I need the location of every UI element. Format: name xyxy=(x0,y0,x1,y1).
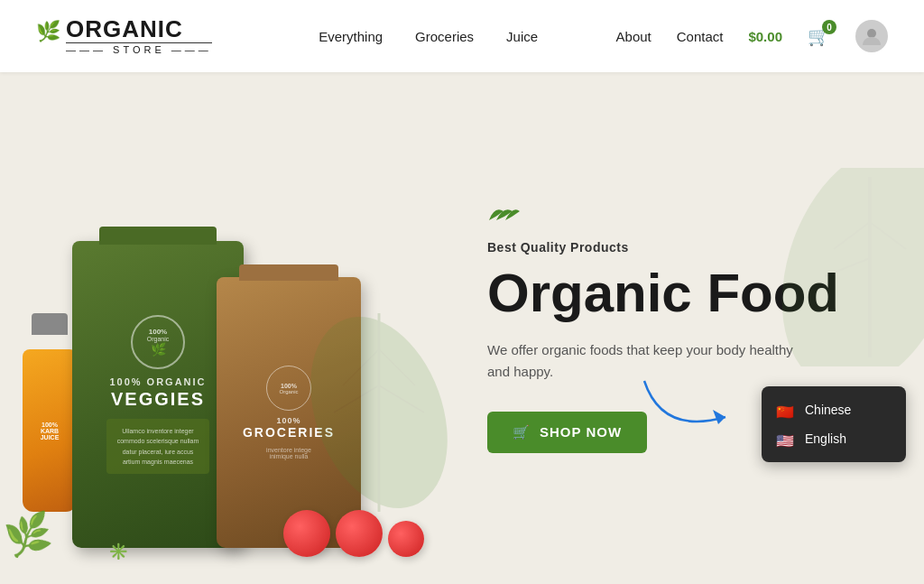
logo[interactable]: 🌿 ORGANIC ——— STORE ——— xyxy=(36,17,212,55)
leaf-decor-icon xyxy=(298,295,460,530)
header-right: About Contact $0.00 🛒 0 xyxy=(616,20,888,52)
svg-marker-12 xyxy=(713,410,725,424)
nav-about[interactable]: About xyxy=(616,29,651,44)
hero-content: Best Quality Products Organic Food We of… xyxy=(451,168,924,489)
bag-green-title: VEGGIES xyxy=(111,389,205,410)
lang-english-label: English xyxy=(805,431,846,446)
lang-english[interactable]: 🇺🇸 English xyxy=(762,424,906,453)
shop-btn-label: SHOP NOW xyxy=(540,424,622,440)
logo-text: ORGANIC ——— STORE ——— xyxy=(66,17,212,55)
svg-point-7 xyxy=(751,168,924,366)
bag-green-label: 100% ORGANIC xyxy=(109,376,206,387)
cart-button[interactable]: 🛒 0 xyxy=(808,25,830,47)
logo-leaf-icon: 🌿 xyxy=(36,20,60,43)
bag-green-seal: 100% Organic 🌿 xyxy=(131,315,185,369)
bottle-body: 100%KARBJUICE xyxy=(23,349,77,512)
user-icon xyxy=(862,26,882,46)
nav-left: Everything Groceries Juice xyxy=(319,29,538,44)
hero-products: 100%KARBJUICE 100% Organic 🌿 100% ORGANI… xyxy=(0,72,451,584)
nav-contact[interactable]: Contact xyxy=(677,29,724,44)
english-flag-icon: 🇺🇸 xyxy=(776,432,796,445)
logo-store: ——— STORE ——— xyxy=(66,42,212,55)
svg-point-0 xyxy=(867,29,876,38)
bottle-label: 100%KARBJUICE xyxy=(41,422,60,440)
hero-section: 100%KARBJUICE 100% Organic 🌿 100% ORGANI… xyxy=(0,72,924,584)
shop-cart-icon: 🛒 xyxy=(513,424,531,440)
bottle-cap xyxy=(32,313,68,335)
user-avatar[interactable] xyxy=(855,20,888,52)
bag-green-desc: Ullamco inventore integercommodo sceleri… xyxy=(106,419,210,474)
double-leaf-icon xyxy=(487,204,522,224)
hero-leaf-decor xyxy=(744,168,924,366)
shop-now-button[interactable]: 🛒 SHOP NOW xyxy=(487,412,647,453)
arrow-icon xyxy=(635,363,744,435)
spices: ✳️ xyxy=(108,542,128,561)
nav-juice[interactable]: Juice xyxy=(506,29,538,44)
nav-right: About Contact xyxy=(616,29,724,44)
language-dropdown: 🇨🇳 Chinese 🇺🇸 English xyxy=(762,386,906,462)
basil-leaves: 🌿 xyxy=(1,509,55,561)
lang-chinese-label: Chinese xyxy=(805,403,851,417)
chinese-flag-icon: 🇨🇳 xyxy=(776,403,796,416)
cart-badge: 0 xyxy=(822,20,836,34)
header: 🌿 ORGANIC ——— STORE ——— Everything Groce… xyxy=(0,0,924,72)
lang-chinese[interactable]: 🇨🇳 Chinese xyxy=(762,395,906,424)
nav-everything[interactable]: Everything xyxy=(319,29,383,44)
logo-organic: ORGANIC xyxy=(66,17,183,41)
cart-price[interactable]: $0.00 xyxy=(748,29,782,44)
nav-groceries[interactable]: Groceries xyxy=(415,29,474,44)
